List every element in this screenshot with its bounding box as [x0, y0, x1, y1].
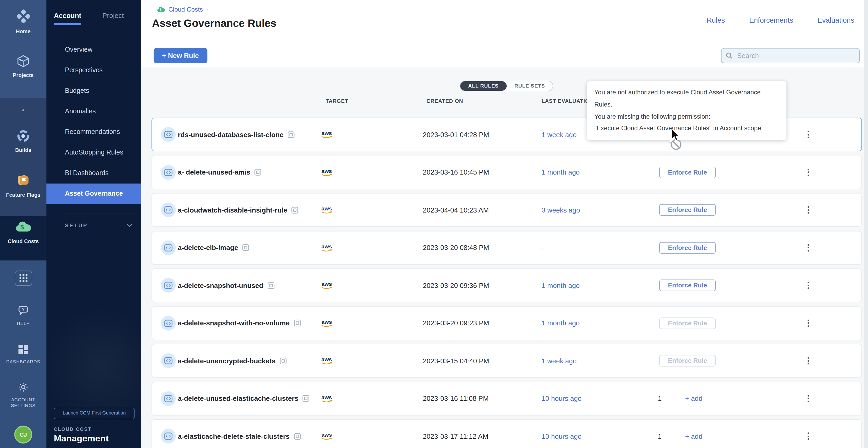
module-rail: Home Projects ▲	[0, 0, 46, 448]
tooltip-line-3: "Execute Cloud Asset Governance Rules" i…	[594, 123, 779, 135]
svg-text:aws: aws	[321, 394, 332, 400]
table-row[interactable]: a-delete-snapshot-unused aws 2023-03-20 …	[152, 269, 861, 302]
sidebar-item-perspectives[interactable]: Perspectives	[46, 60, 141, 81]
created-on-value: 2023-03-20 08:48 PM	[423, 231, 489, 264]
table-row[interactable]: a- delete-unused-amis aws 2023-03-16 10:…	[152, 156, 861, 188]
grid-icon	[14, 271, 32, 286]
kebab-menu-icon[interactable]	[804, 129, 812, 140]
kebab-menu-icon[interactable]	[804, 431, 812, 441]
last-evaluation-link[interactable]: 1 week ago	[541, 118, 577, 151]
enforce-rule-button[interactable]: Enforce Rule	[659, 242, 716, 253]
breadcrumb-link[interactable]: Cloud Costs	[168, 6, 203, 13]
last-evaluation-link[interactable]: 10 hours ago	[541, 420, 582, 448]
rule-icon	[161, 353, 176, 368]
sidebar-item-anomalies[interactable]: Anomalies	[46, 101, 141, 122]
link-rules[interactable]: Rules	[707, 16, 725, 24]
sidebar-item-asset-governance[interactable]: Asset Governance	[46, 183, 141, 204]
copy-icon[interactable]	[294, 433, 301, 440]
last-evaluation-link[interactable]: 1 week ago	[541, 344, 577, 377]
column-header-created-on: CREATED ON	[427, 98, 463, 104]
copy-icon[interactable]	[288, 131, 294, 138]
sidebar-item-help[interactable]: ? HELP	[0, 306, 46, 326]
new-rule-button[interactable]: + New Rule	[154, 48, 207, 63]
kebab-menu-icon[interactable]	[804, 355, 812, 366]
search-box[interactable]	[721, 48, 860, 63]
table-row[interactable]: a-elasticache-delete-stale-clusters aws …	[152, 420, 861, 448]
table-row[interactable]: a-delete-snapshot-with-no-volume aws 202…	[152, 307, 861, 339]
table-row[interactable]: a-cloudwatch-disable-insight-rule aws 20…	[152, 194, 861, 226]
add-enforcement-link[interactable]: + add	[685, 420, 703, 448]
copy-icon[interactable]	[268, 282, 275, 289]
copy-icon[interactable]	[291, 206, 299, 213]
brand-title: Management	[54, 433, 134, 444]
toggle-rule-sets[interactable]: RULE SETS	[506, 81, 553, 91]
module-picker-button[interactable]	[0, 271, 46, 286]
aws-logo-icon: aws	[320, 194, 335, 226]
copy-icon[interactable]	[280, 357, 287, 364]
kebab-menu-icon[interactable]	[804, 242, 812, 253]
enforce-rule-button[interactable]: Enforce Rule	[659, 279, 716, 291]
enforce-rule-button[interactable]: Enforce Rule	[659, 355, 716, 367]
copy-icon[interactable]	[255, 169, 261, 176]
last-evaluation-link[interactable]: 1 month ago	[541, 156, 580, 188]
sidebar-item-budgets[interactable]: Budgets	[46, 81, 141, 101]
rule-icon	[161, 391, 176, 406]
last-evaluation-link: -	[541, 231, 544, 264]
dashboards-icon	[18, 344, 29, 355]
table-row[interactable]: a-delete-unencrypted-buckets aws 2023-03…	[152, 344, 861, 377]
enforce-rule-button[interactable]: Enforce Rule	[659, 204, 716, 216]
permission-tooltip: You are not authorized to execute Cloud …	[587, 81, 786, 140]
last-evaluation-link[interactable]: 3 weeks ago	[541, 194, 580, 226]
rule-icon	[161, 165, 176, 179]
last-evaluation-link[interactable]: 1 month ago	[541, 269, 580, 302]
tab-account[interactable]: Account	[54, 11, 81, 25]
toggle-all-rules[interactable]: ALL RULES	[460, 81, 506, 91]
created-on-value: 2023-03-20 09:36 PM	[423, 269, 489, 302]
kebab-menu-icon[interactable]	[804, 393, 812, 404]
svg-text:$: $	[20, 223, 24, 231]
setup-section-toggle[interactable]: SETUP	[46, 214, 141, 228]
sidebar-item-feature-flags[interactable]: Feature Flags	[0, 173, 46, 198]
sidebar-item-dashboards[interactable]: DASHBOARDS	[0, 344, 46, 365]
user-avatar[interactable]: CJ	[0, 425, 46, 444]
scrollbar-track[interactable]	[864, 0, 868, 448]
last-evaluation-link[interactable]: 10 hours ago	[541, 382, 582, 415]
sidebar-item-autostopping-rules[interactable]: AutoStopping Rules	[46, 142, 141, 163]
sidebar-item-overview[interactable]: Overview	[46, 40, 141, 60]
rule-name: a-cloudwatch-disable-insight-rule	[178, 206, 287, 214]
copy-icon[interactable]	[242, 244, 249, 251]
link-evaluations[interactable]: Evaluations	[817, 16, 854, 24]
cloud-costs-nav-panel: Account Project OverviewPerspectivesBudg…	[46, 0, 141, 448]
copy-icon[interactable]	[303, 395, 310, 402]
rail-collapse-button[interactable]: ▲	[0, 98, 46, 121]
link-enforcements[interactable]: Enforcements	[749, 16, 793, 24]
sidebar-item-cloud-costs[interactable]: $ Cloud Costs	[0, 220, 46, 244]
sidebar-item-recommendations[interactable]: Recommendations	[46, 122, 141, 142]
kebab-menu-icon[interactable]	[804, 167, 812, 177]
created-on-value: 2023-03-16 11:08 PM	[423, 382, 489, 415]
created-on-value: 2023-03-20 09:23 PM	[423, 307, 489, 339]
copy-icon[interactable]	[294, 319, 301, 326]
kebab-menu-icon[interactable]	[804, 318, 812, 328]
aws-logo-icon: aws	[320, 307, 335, 339]
svg-text:?: ?	[22, 307, 25, 312]
sidebar-item-home[interactable]: Home	[0, 8, 46, 34]
header-nav-links: Rules Enforcements Evaluations	[707, 16, 854, 24]
last-evaluation-link[interactable]: 1 month ago	[541, 307, 580, 339]
kebab-menu-icon[interactable]	[804, 205, 812, 215]
tab-project[interactable]: Project	[102, 11, 124, 25]
avatar-initials: CJ	[14, 425, 32, 444]
svg-text:aws: aws	[321, 243, 332, 249]
sidebar-item-projects[interactable]: Projects	[0, 54, 46, 78]
kebab-menu-icon[interactable]	[804, 280, 812, 290]
search-input[interactable]	[736, 51, 849, 60]
add-enforcement-link[interactable]: + add	[685, 382, 703, 415]
sidebar-item-builds[interactable]: Builds	[0, 129, 46, 153]
table-row[interactable]: a-delete-unused-elasticache-clusters aws…	[152, 382, 861, 415]
table-row[interactable]: a-delete-elb-image aws 2023-03-20 08:48 …	[152, 231, 861, 264]
sidebar-item-account-settings[interactable]: ACCOUNT SETTINGS	[0, 381, 46, 409]
launch-ccm-first-gen-button[interactable]: Launch CCM First Generation	[54, 408, 134, 419]
sidebar-item-bi-dashboards[interactable]: BI Dashboards	[46, 163, 141, 183]
enforce-rule-button[interactable]: Enforce Rule	[659, 166, 716, 178]
enforce-rule-button[interactable]: Enforce Rule	[659, 317, 716, 329]
